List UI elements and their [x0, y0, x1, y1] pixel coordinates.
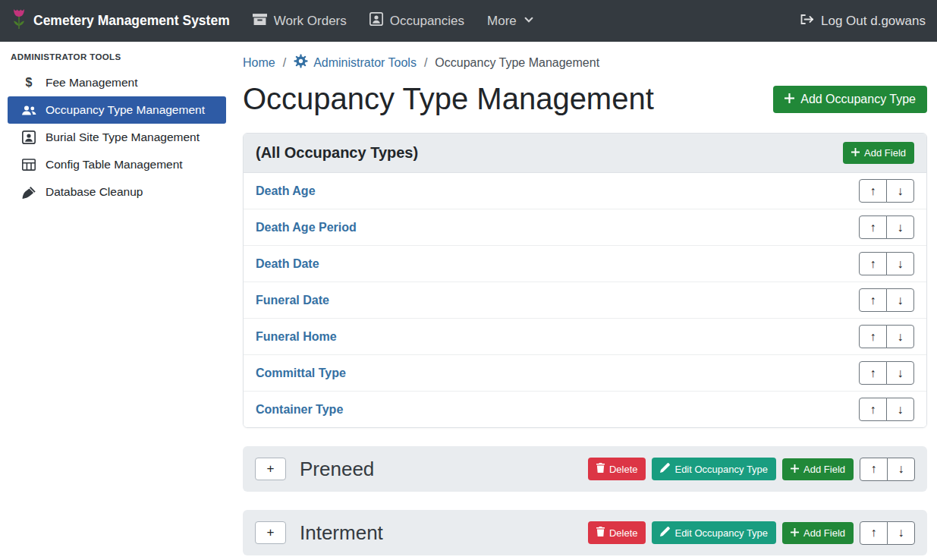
section-actions: Delete Edit Occupancy Type Add Field ↑: [588, 521, 915, 545]
move-up-button[interactable]: ↑: [859, 361, 887, 385]
breadcrumb-home-link[interactable]: Home: [243, 56, 275, 70]
section-title: Preneed: [300, 458, 374, 481]
field-link[interactable]: Funeral Date: [256, 294, 329, 307]
person-frame-icon: [20, 131, 38, 144]
move-up-button[interactable]: ↑: [859, 252, 887, 275]
move-up-button[interactable]: ↑: [859, 179, 887, 203]
delete-label: Delete: [609, 464, 638, 475]
move-up-button[interactable]: ↑: [860, 521, 888, 545]
all-occupancy-types-card: (All Occupancy Types) Add Field Death Ag…: [243, 133, 927, 428]
field-link[interactable]: Death Age: [256, 184, 316, 198]
add-occupancy-type-label: Add Occupancy Type: [800, 93, 916, 106]
sidebar-heading: ADMINISTRATOR TOOLS: [0, 46, 234, 69]
field-link[interactable]: Funeral Home: [256, 330, 337, 344]
add-field-button[interactable]: Add Field: [782, 522, 854, 544]
sidebar-item-config-table-management[interactable]: Config Table Management: [8, 151, 226, 178]
sidebar-item-burial-site-type-management[interactable]: Burial Site Type Management: [8, 124, 226, 151]
field-link[interactable]: Committal Type: [256, 367, 346, 380]
reorder-buttons: ↑ ↓: [859, 398, 914, 421]
nav-work-orders[interactable]: Work Orders: [253, 13, 347, 30]
delete-label: Delete: [609, 527, 638, 539]
brand-title: Cemetery Management System: [33, 13, 230, 29]
field-row: Death Age Period ↑ ↓: [244, 209, 926, 245]
sidebar-item-occupancy-type-management[interactable]: Occupancy Type Management: [8, 96, 226, 124]
nav-occupancies-label: Occupancies: [390, 14, 464, 29]
field-row: Death Age ↑ ↓: [244, 173, 926, 209]
card-title: (All Occupancy Types): [256, 144, 418, 162]
move-down-button[interactable]: ↓: [886, 216, 914, 239]
sidebar-item-label: Config Table Management: [46, 158, 183, 171]
move-down-button[interactable]: ↓: [886, 288, 914, 312]
sidebar-item-label: Fee Management: [46, 76, 138, 90]
pencil-icon: [660, 463, 670, 475]
sidebar-item-label: Database Cleanup: [46, 185, 143, 199]
add-field-button[interactable]: Add Field: [843, 142, 914, 164]
move-down-button[interactable]: ↓: [886, 361, 914, 385]
all-occupancy-types-header: (All Occupancy Types) Add Field: [244, 134, 926, 173]
move-down-button[interactable]: ↓: [886, 398, 914, 421]
move-down-button[interactable]: ↓: [886, 252, 914, 275]
plus-icon: [851, 147, 860, 159]
move-down-button[interactable]: ↓: [887, 521, 915, 545]
edit-occupancy-type-button[interactable]: Edit Occupancy Type: [652, 458, 776, 480]
reorder-buttons: ↑ ↓: [860, 521, 915, 545]
field-link[interactable]: Container Type: [256, 403, 343, 417]
trash-icon: [596, 527, 605, 539]
people-icon: [20, 105, 38, 116]
move-down-button[interactable]: ↓: [886, 179, 914, 203]
move-up-button[interactable]: ↑: [859, 216, 887, 239]
edit-occupancy-type-label: Edit Occupancy Type: [674, 464, 768, 475]
add-occupancy-type-button[interactable]: Add Occupancy Type: [773, 86, 927, 113]
breadcrumb-admin-tools-link[interactable]: Administrator Tools: [294, 54, 417, 71]
top-navbar: Cemetery Management System Work Orders O…: [0, 0, 937, 42]
logout-label: Log Out d.gowans: [821, 14, 926, 29]
sidebar-item-fee-management[interactable]: $ Fee Management: [8, 69, 226, 96]
table-icon: [20, 159, 38, 171]
breadcrumb-admin-tools-label: Administrator Tools: [313, 56, 417, 70]
section-title: Interment: [300, 521, 383, 545]
nav-more[interactable]: More: [487, 14, 534, 29]
trash-icon: [596, 463, 605, 475]
move-up-button[interactable]: ↑: [859, 398, 887, 421]
field-link[interactable]: Death Age Period: [256, 221, 357, 234]
sidebar-item-label: Burial Site Type Management: [46, 131, 200, 144]
chevron-down-icon: [524, 14, 534, 29]
add-field-label: Add Field: [864, 147, 906, 159]
field-link[interactable]: Death Date: [256, 257, 319, 271]
sidebar-item-database-cleanup[interactable]: Database Cleanup: [8, 178, 226, 206]
move-up-button[interactable]: ↑: [859, 288, 887, 312]
logout-button[interactable]: Log Out d.gowans: [799, 13, 926, 30]
expand-button[interactable]: +: [255, 521, 286, 544]
box-archive-icon: [253, 13, 267, 30]
move-down-button[interactable]: ↓: [887, 458, 915, 481]
move-up-button[interactable]: ↑: [860, 458, 888, 481]
plus-icon: [791, 527, 799, 539]
breadcrumb-current: Occupancy Type Management: [435, 56, 599, 70]
breadcrumb: Home / Administrator Tool: [243, 54, 927, 71]
field-row: Committal Type ↑ ↓: [244, 354, 926, 391]
plus-icon: [785, 93, 794, 106]
tulip-icon: [11, 8, 27, 34]
nav-work-orders-label: Work Orders: [274, 14, 347, 29]
delete-button[interactable]: Delete: [588, 458, 646, 480]
nav-occupancies[interactable]: Occupancies: [369, 12, 464, 30]
edit-occupancy-type-button[interactable]: Edit Occupancy Type: [652, 521, 776, 544]
add-field-button[interactable]: Add Field: [782, 458, 854, 480]
sidebar: ADMINISTRATOR TOOLS $ Fee Management Occ…: [0, 42, 234, 560]
app-brand[interactable]: Cemetery Management System: [11, 8, 230, 34]
delete-button[interactable]: Delete: [588, 521, 646, 544]
field-row: Container Type ↑ ↓: [244, 391, 926, 427]
nav-more-label: More: [487, 14, 517, 29]
add-field-label: Add Field: [803, 527, 845, 539]
add-field-label: Add Field: [803, 464, 845, 475]
move-up-button[interactable]: ↑: [859, 325, 887, 348]
reorder-buttons: ↑ ↓: [859, 216, 914, 239]
gear-icon: [294, 54, 308, 71]
expand-button[interactable]: +: [255, 458, 286, 480]
reorder-buttons: ↑ ↓: [859, 288, 914, 312]
move-down-button[interactable]: ↓: [886, 325, 914, 348]
occupancy-type-section-preneed: + Preneed Delete Edit Occupancy Type: [243, 446, 927, 492]
reorder-buttons: ↑ ↓: [859, 252, 914, 275]
breadcrumb-separator: /: [424, 56, 427, 70]
field-row: Death Date ↑ ↓: [244, 245, 926, 282]
